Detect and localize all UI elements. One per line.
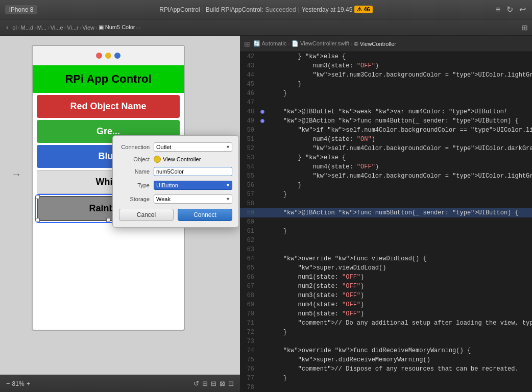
dot-red — [96, 53, 102, 59]
breakpoint-dot[interactable] — [260, 110, 264, 114]
line-number: 64 — [240, 254, 258, 263]
code-line: 77 } — [240, 374, 532, 383]
btn-red-object[interactable]: Red Object Name — [37, 95, 180, 118]
layout-icon-4[interactable]: ⊠ — [220, 380, 225, 387]
dot-yellow — [105, 53, 111, 59]
line-dot — [258, 254, 267, 263]
cancel-button[interactable]: Cancel — [119, 209, 174, 221]
left-arrow: → — [11, 168, 21, 180]
line-content — [267, 98, 532, 107]
line-dot — [258, 52, 267, 61]
editor-grid-icon[interactable]: ⊞ — [244, 40, 250, 48]
line-dot — [258, 61, 267, 70]
menu-icon[interactable]: ≡ — [495, 4, 501, 15]
zoom-level: 81% — [12, 380, 25, 387]
line-content: num1(state: "OFF") — [267, 273, 532, 282]
nav-back-btn[interactable]: ‹ — [4, 22, 10, 32]
breadcrumb: ol › M...d › M... › Vi...e › Vi...r › Vi… — [12, 24, 140, 31]
line-dot — [258, 70, 267, 80]
line-content: "kw">override "kw">func didReceiveMemory… — [267, 346, 532, 355]
breadcrumb-item-2: M...d — [21, 24, 33, 31]
right-panel: ⊞ 🔄 Automatic › 📄 ViewController.swift ›… — [240, 36, 532, 392]
connection-row: Connection Outlet Action ▼ — [119, 142, 232, 152]
line-dot — [258, 89, 267, 98]
line-dot — [258, 135, 267, 144]
code-line: 52 "kw">self.num4Color.backgroundColor =… — [240, 144, 532, 153]
line-number: 77 — [240, 374, 258, 383]
line-number: 56 — [240, 181, 258, 190]
code-line: 75 "kw">super.didReceiveMemoryWarning() — [240, 355, 532, 364]
line-content: } — [267, 190, 532, 199]
line-number: 78 — [240, 383, 258, 392]
code-line: 69 num4(state: "OFF") — [240, 300, 532, 309]
breadcrumb-item-num5[interactable]: ▣ Num5 Color — [99, 24, 135, 31]
line-number: 71 — [240, 318, 258, 328]
line-content: } — [267, 89, 532, 98]
code-line: 58 — [240, 199, 532, 208]
storage-select[interactable]: Weak Strong — [154, 194, 232, 204]
code-line: 65 "kw">super.viewDidLoad() — [240, 263, 532, 273]
line-content: } — [267, 181, 532, 190]
name-input[interactable] — [154, 167, 232, 176]
project-name: RPiAppControl — [159, 6, 200, 13]
line-dot — [258, 346, 267, 355]
line-content: "kw">super.didReceiveMemoryWarning() — [267, 355, 532, 364]
line-dot — [258, 328, 267, 337]
line-dot — [258, 181, 267, 190]
layout-icon-1[interactable]: ↺ — [194, 380, 199, 387]
line-content: num3(state: "OFF") — [267, 61, 532, 70]
line-dot — [258, 282, 267, 291]
line-content: "kw">self.num3Color.backgroundColor = "t… — [267, 70, 532, 80]
layout-icon-3[interactable]: ⊟ — [211, 380, 216, 387]
line-dot — [258, 291, 267, 300]
top-bar-left: iPhone 8 — [5, 5, 37, 14]
line-number: 53 — [240, 153, 258, 162]
connection-label: Connection — [119, 144, 154, 150]
line-number: 62 — [240, 236, 258, 245]
line-content: "kw">self.num4Color.backgroundColor = "t… — [267, 172, 532, 181]
code-line: 42 } "kw">else { — [240, 52, 532, 61]
connect-button[interactable]: Connect — [178, 209, 232, 221]
code-line: 50 "kw">if "kw">self.num4Color.backgroun… — [240, 126, 532, 135]
code-line: 71 "comment">// Do any additional setup … — [240, 318, 532, 328]
bottom-right-icons: ↺ ⊞ ⊟ ⊠ ⊡ — [194, 380, 234, 387]
nav-right: ⊞ — [522, 23, 528, 32]
line-content: "comment">// Do any additional setup aft… — [267, 318, 532, 328]
line-content: } — [267, 80, 532, 89]
refresh-icon[interactable]: ↻ — [505, 4, 514, 15]
layout-icon-2[interactable]: ⊞ — [202, 380, 208, 387]
build-timestamp: Yesterday at 19.45 — [302, 6, 353, 13]
zoom-in-btn[interactable]: + — [27, 380, 31, 387]
line-number: 44 — [240, 70, 258, 80]
code-line: 62 — [240, 236, 532, 245]
storage-label: Storage — [119, 196, 154, 202]
line-number: 72 — [240, 328, 258, 337]
line-number: 46 — [240, 89, 258, 98]
back-icon[interactable]: ↩ — [518, 4, 527, 15]
line-dot — [258, 107, 267, 116]
breadcrumb-item-6: View — [82, 24, 94, 31]
breakpoint-dot[interactable] — [260, 119, 264, 123]
zoom-out-btn[interactable]: − — [6, 380, 10, 387]
code-line: 72 } — [240, 328, 532, 337]
line-dot — [258, 162, 267, 172]
line-number: 42 — [240, 52, 258, 61]
build-status: RPiAppControl | Build RPiAppControl: Suc… — [159, 6, 372, 13]
object-row: Object View Controller — [119, 156, 232, 163]
line-number: 65 — [240, 263, 258, 273]
connection-select[interactable]: Outlet Action — [154, 142, 232, 152]
line-number: 69 — [240, 300, 258, 309]
type-label: Type — [119, 182, 154, 188]
bread-class: © ViewController — [354, 41, 397, 47]
type-select[interactable]: UIButton — [154, 181, 232, 190]
main-area: → RPi App Control Red Object Name Gre...… — [0, 36, 532, 392]
layout-icon-5[interactable]: ⊡ — [228, 380, 234, 387]
code-line: 61 } — [240, 227, 532, 236]
line-content: "kw">self.num4Color.backgroundColor = "t… — [267, 144, 532, 153]
type-row: Type UIButton ▼ — [119, 180, 232, 190]
device-badge: iPhone 8 — [5, 5, 37, 14]
grid-icon[interactable]: ⊞ — [522, 23, 528, 32]
line-number: 74 — [240, 346, 258, 355]
code-line: 63 — [240, 245, 532, 254]
line-number: 50 — [240, 126, 258, 135]
